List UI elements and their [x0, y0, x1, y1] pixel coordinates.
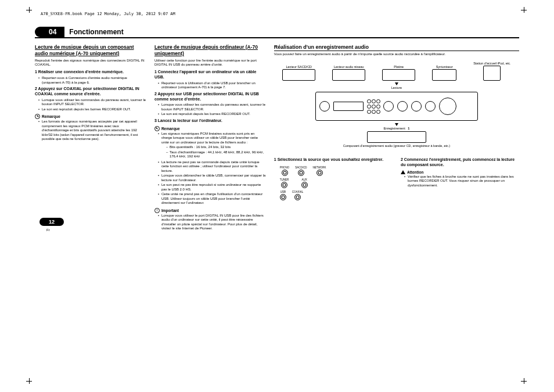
column-3: Réalisation d'un enregistrement audio Vo…	[274, 43, 519, 233]
step-2: 2 Commencez l'enregistrement, puis comme…	[401, 157, 519, 168]
diag-label-tuner: Syntoniseur	[432, 65, 456, 69]
enreg-label: Enregistrement	[383, 127, 405, 130]
intro-text: Reproduit l'entrée des signaux numérique…	[35, 59, 146, 67]
important-label: Important	[161, 208, 179, 213]
recorder-box	[367, 131, 426, 143]
sel-label: USB	[280, 190, 286, 193]
note-label: Remarque	[161, 127, 180, 131]
note-text: Lorsque vous débranchez le câble USB, co…	[158, 174, 266, 182]
volume-knob-icon	[439, 98, 456, 115]
step-1: 1 Sélectionnez la source que vous souhai…	[274, 157, 393, 163]
note-text: Les signaux numériques PCM linéaires sui…	[158, 132, 266, 159]
diag-callout-1: 1	[408, 127, 409, 130]
phono-button	[282, 170, 288, 176]
bullet: Reportez-vous à Utilisation d'un câble U…	[158, 81, 266, 90]
sel-label: NETWORK	[313, 166, 326, 169]
ipod-box	[483, 66, 501, 81]
section-heading: Lecture de musique depuis ordinateur (A-…	[154, 44, 266, 57]
note-text: Les formats de signaux numériques accept…	[38, 120, 146, 142]
aux-button	[301, 182, 308, 188]
intro-text: Vous pouvez faire un enregistrement audi…	[274, 52, 519, 56]
sel-label: AUX	[301, 178, 308, 181]
page-number: 12	[39, 218, 64, 226]
step-2: 2 Appuyez sur USB pour sélectionner DIGI…	[154, 92, 266, 102]
knob-icon	[397, 101, 408, 112]
note-icon: ✎	[154, 126, 160, 131]
bullet: Lorsque vous utilisez les commandes du p…	[38, 98, 146, 107]
warning-icon	[401, 170, 405, 174]
note-text: Cette unité ne prend pas en charge l'uti…	[158, 192, 266, 206]
step-2: 2 Appuyez sur COAXIAL pour sélectionner …	[35, 87, 146, 97]
column-2: Lecture de musique depuis ordinateur (A-…	[154, 43, 266, 233]
bullet: Le son est reproduit depuis les bornes R…	[158, 112, 266, 117]
connection-diagram: Lecteur SACD/CD Lecteur audio réseau Pla…	[274, 59, 519, 151]
button-grid	[367, 99, 380, 114]
diag-label-platine: Platine	[382, 65, 415, 69]
sacd-button	[298, 170, 304, 176]
chapter-number: 04	[35, 27, 64, 37]
intro-text: Utilisez cette fonction pour lire l'entr…	[154, 59, 266, 67]
note-header: ✎ Remarque	[35, 114, 146, 119]
knob-icon	[425, 101, 436, 112]
file-header: A70_SYXE8-FR.book Page 12 Monday, July 3…	[41, 12, 519, 16]
note-header: ✎ Remarque	[154, 126, 266, 131]
sel-label: TUNER	[280, 178, 289, 181]
attention-label: Attention	[407, 170, 424, 174]
note-text: La lecture ne peut pas se commandé depui…	[158, 160, 266, 174]
knob-icon	[383, 101, 394, 112]
recorder-label: Composant d'enregistrement audio (graveu…	[274, 144, 519, 148]
usb-button	[280, 194, 286, 200]
display-icon	[333, 102, 364, 111]
sel-label: SACD/CD	[295, 166, 307, 169]
sacd-box	[282, 69, 315, 81]
important-icon: !	[154, 208, 160, 213]
note-icon: ✎	[35, 114, 40, 119]
page-language: Fr	[46, 228, 50, 232]
attention-header: Attention	[401, 170, 519, 174]
knob-icon	[411, 101, 422, 112]
attention-text: Vérifiez que les fiches à broche courte …	[404, 175, 519, 188]
arrow-down-icon	[395, 82, 398, 85]
important-text: Lorsque vous utilisez le port DIGITAL IN…	[158, 214, 266, 231]
network-button	[316, 170, 323, 176]
lecture-label: Lecture	[391, 86, 402, 89]
sub-bullet: Bits quantitatifs : 16 bits, 24 bits, 32…	[166, 145, 266, 150]
diag-label-net: Lecteur audio réseau	[332, 65, 365, 69]
network-box	[332, 69, 365, 81]
chapter-bar: 04 Fonctionnement	[35, 27, 519, 38]
arrow-down-icon	[395, 123, 398, 126]
tuner-box	[432, 69, 456, 81]
sub-bullet: Taux d'échantillonnage : 44,1 kHz, 48 kH…	[166, 150, 266, 159]
amplifier-box	[315, 92, 478, 121]
bullet: Lorsque vous utilisez les commandes du p…	[158, 103, 266, 112]
step-3: 3 Lancez la lecteur sur l'ordinateur.	[154, 118, 266, 124]
important-header: ! Important	[154, 208, 266, 213]
knob-icon	[319, 101, 330, 112]
column-1: Lecture de musique depuis un composant a…	[35, 43, 146, 233]
step-1: 1 Réaliser une connexion d'entrée numéri…	[35, 70, 146, 75]
chapter-title: Fonctionnement	[69, 28, 123, 36]
note-label: Remarque	[42, 114, 60, 118]
sel-label: PHONO	[280, 166, 290, 169]
tuner-button	[281, 182, 287, 188]
diag-label-sacd: Lecteur SACD/CD	[282, 65, 315, 69]
section-heading: Lecture de musique depuis un composant a…	[35, 44, 146, 57]
turntable-box	[382, 69, 415, 81]
coaxial-button	[294, 194, 301, 200]
bullet: Le son est reproduit depuis les bornes R…	[38, 107, 146, 112]
bullet: Reportez-vous à Connexions d'entrée audi…	[38, 76, 146, 85]
input-selector-panel: PHONO SACD/CD NETWORK TUNER AUX USB COAX…	[280, 166, 393, 200]
note-text: Le son peut ne pas être reproduit si vot…	[158, 183, 266, 192]
section-heading: Réalisation d'un enregistrement audio	[274, 44, 519, 51]
diag-label-ipod: Station d'accueil iPod, etc.	[473, 62, 510, 65]
step-1: 1 Connectez l'appareil sur un ordinateur…	[154, 70, 266, 80]
sel-label: COAXIAL	[292, 190, 304, 193]
